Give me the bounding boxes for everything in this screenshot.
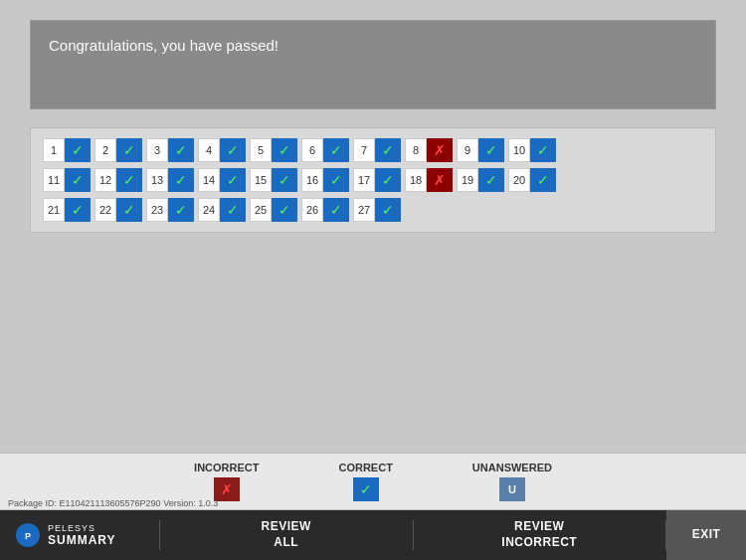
question-number: 20	[508, 168, 530, 192]
question-item[interactable]: 19✓	[457, 168, 504, 192]
question-status-correct: ✓	[65, 138, 91, 162]
question-item[interactable]: 22✓	[94, 198, 142, 222]
question-status-correct: ✓	[323, 198, 349, 222]
question-number: 18	[405, 168, 427, 192]
question-item[interactable]: 4✓	[198, 138, 246, 162]
legend-incorrect: INCORRECT ✗	[194, 462, 259, 501]
question-item[interactable]: 9✓	[457, 138, 504, 162]
svg-text:P: P	[25, 531, 31, 541]
review-incorrect-button[interactable]: REVIEW INCORRECT	[414, 510, 666, 560]
question-number: 13	[146, 168, 168, 192]
pelesys-logo-icon: P	[14, 521, 42, 549]
question-item[interactable]: 2✓	[94, 138, 142, 162]
question-item[interactable]: 6✓	[301, 138, 349, 162]
question-status-correct: ✓	[375, 138, 401, 162]
main-content: Congratulations, you have passed! 1✓2✓3✓…	[0, 0, 746, 253]
question-number: 1	[43, 138, 65, 162]
bottom-toolbar: P PELESYS SUMMARY REVIEW ALL REVIEW INCO…	[0, 510, 746, 560]
question-number: 12	[94, 168, 116, 192]
question-status-correct: ✓	[478, 168, 504, 192]
question-number: 21	[43, 198, 65, 222]
question-item[interactable]: 7✓	[353, 138, 401, 162]
question-grid: 1✓2✓3✓4✓5✓6✓7✓8✗9✓10✓11✓12✓13✓14✓15✓16✓1…	[30, 127, 716, 233]
question-row: 11✓12✓13✓14✓15✓16✓17✓18✗19✓20✓	[43, 168, 703, 192]
toolbar-logo: P PELESYS SUMMARY	[0, 521, 159, 549]
legend-unanswered: UNANSWERED U	[472, 462, 552, 501]
question-number: 10	[508, 138, 530, 162]
question-number: 7	[353, 138, 375, 162]
question-item[interactable]: 1✓	[43, 138, 91, 162]
question-status-correct: ✓	[530, 168, 556, 192]
package-info: Package ID: E110421113605576P290 Version…	[8, 498, 218, 508]
legend-unanswered-label: UNANSWERED	[472, 462, 552, 473]
question-row: 1✓2✓3✓4✓5✓6✓7✓8✗9✓10✓	[43, 138, 703, 162]
question-status-correct: ✓	[65, 198, 91, 222]
question-item[interactable]: 14✓	[198, 168, 246, 192]
question-number: 22	[94, 198, 116, 222]
exit-button[interactable]: EXIT	[666, 510, 746, 560]
question-status-correct: ✓	[116, 168, 142, 192]
question-status-correct: ✓	[116, 198, 142, 222]
question-number: 25	[250, 198, 272, 222]
review-all-button[interactable]: REVIEW ALL	[160, 510, 413, 560]
question-number: 6	[301, 138, 323, 162]
question-number: 5	[250, 138, 272, 162]
question-item[interactable]: 25✓	[250, 198, 297, 222]
question-item[interactable]: 26✓	[301, 198, 349, 222]
question-item[interactable]: 8✗	[405, 138, 453, 162]
question-item[interactable]: 23✓	[146, 198, 194, 222]
unanswered-icon: U	[499, 477, 525, 501]
summary-label: SUMMARY	[48, 533, 116, 547]
legend-correct-label: CORRECT	[338, 462, 392, 473]
legend-correct: CORRECT ✓	[338, 462, 392, 501]
question-number: 27	[353, 198, 375, 222]
question-status-correct: ✓	[220, 168, 246, 192]
question-number: 16	[301, 168, 323, 192]
question-number: 19	[457, 168, 478, 192]
question-status-correct: ✓	[168, 168, 194, 192]
question-item[interactable]: 16✓	[301, 168, 349, 192]
question-status-correct: ✓	[375, 168, 401, 192]
question-status-correct: ✓	[323, 138, 349, 162]
question-number: 2	[94, 138, 116, 162]
question-status-correct: ✓	[220, 138, 246, 162]
question-number: 3	[146, 138, 168, 162]
question-status-correct: ✓	[478, 138, 504, 162]
question-number: 9	[457, 138, 478, 162]
question-item[interactable]: 13✓	[146, 168, 194, 192]
question-item[interactable]: 5✓	[250, 138, 297, 162]
question-number: 26	[301, 198, 323, 222]
question-item[interactable]: 3✓	[146, 138, 194, 162]
question-item[interactable]: 18✗	[405, 168, 453, 192]
question-number: 8	[405, 138, 427, 162]
correct-icon: ✓	[353, 477, 379, 501]
question-status-correct: ✓	[220, 198, 246, 222]
question-status-correct: ✓	[168, 138, 194, 162]
question-item[interactable]: 12✓	[94, 168, 142, 192]
question-status-correct: ✓	[323, 168, 349, 192]
question-status-incorrect: ✗	[427, 138, 453, 162]
question-number: 23	[146, 198, 168, 222]
question-status-correct: ✓	[272, 198, 297, 222]
question-number: 15	[250, 168, 272, 192]
question-item[interactable]: 10✓	[508, 138, 556, 162]
question-number: 11	[43, 168, 65, 192]
question-status-correct: ✓	[116, 138, 142, 162]
question-status-correct: ✓	[272, 138, 297, 162]
question-item[interactable]: 21✓	[43, 198, 91, 222]
question-row: 21✓22✓23✓24✓25✓26✓27✓	[43, 198, 703, 222]
question-item[interactable]: 17✓	[353, 168, 401, 192]
question-item[interactable]: 27✓	[353, 198, 401, 222]
question-item[interactable]: 15✓	[250, 168, 297, 192]
question-number: 14	[198, 168, 220, 192]
question-item[interactable]: 24✓	[198, 198, 246, 222]
logo-brand-name: PELESYS	[48, 523, 116, 533]
question-number: 17	[353, 168, 375, 192]
question-status-correct: ✓	[530, 138, 556, 162]
question-item[interactable]: 20✓	[508, 168, 556, 192]
question-status-incorrect: ✗	[427, 168, 453, 192]
congrats-text: Congratulations, you have passed!	[49, 37, 279, 54]
question-item[interactable]: 11✓	[43, 168, 91, 192]
congrats-banner: Congratulations, you have passed!	[30, 20, 716, 109]
question-number: 24	[198, 198, 220, 222]
